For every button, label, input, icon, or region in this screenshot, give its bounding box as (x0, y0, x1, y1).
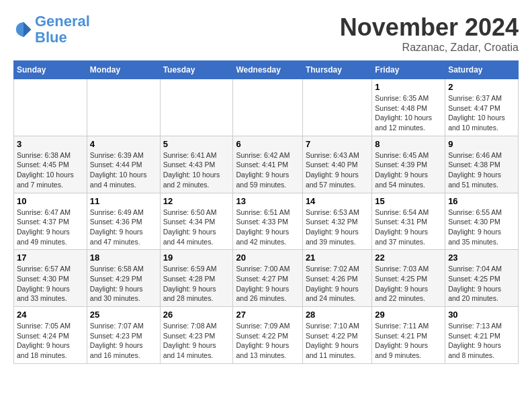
location: Razanac, Zadar, Croatia (340, 42, 519, 54)
calendar-cell: 2Sunrise: 6:37 AMSunset: 4:47 PMDaylight… (445, 79, 519, 136)
header-row: SundayMondayTuesdayWednesdayThursdayFrid… (14, 61, 519, 79)
calendar-cell: 6Sunrise: 6:42 AMSunset: 4:41 PMDaylight… (233, 136, 302, 193)
calendar-cell: 17Sunrise: 6:57 AMSunset: 4:30 PMDayligh… (14, 250, 87, 307)
calendar-cell: 28Sunrise: 7:10 AMSunset: 4:22 PMDayligh… (302, 307, 371, 364)
day-info: Sunrise: 7:00 AMSunset: 4:27 PMDaylight:… (236, 264, 299, 304)
day-number: 4 (90, 139, 157, 149)
calendar-cell: 10Sunrise: 6:47 AMSunset: 4:37 PMDayligh… (14, 193, 87, 250)
day-info: Sunrise: 6:39 AMSunset: 4:44 PMDaylight:… (90, 150, 157, 190)
day-number: 13 (236, 196, 299, 206)
day-info: Sunrise: 6:37 AMSunset: 4:47 PMDaylight:… (448, 93, 515, 133)
day-info: Sunrise: 6:49 AMSunset: 4:36 PMDaylight:… (90, 208, 157, 247)
day-info: Sunrise: 6:51 AMSunset: 4:33 PMDaylight:… (236, 208, 299, 247)
day-number: 21 (306, 253, 369, 263)
calendar-week-row: 24Sunrise: 7:05 AMSunset: 4:24 PMDayligh… (14, 307, 519, 364)
weekday-header: Sunday (14, 61, 87, 79)
day-number: 28 (306, 310, 369, 320)
day-info: Sunrise: 6:45 AMSunset: 4:39 PMDaylight:… (375, 150, 442, 190)
logo-text: General Blue (35, 13, 90, 46)
calendar-cell: 13Sunrise: 6:51 AMSunset: 4:33 PMDayligh… (233, 193, 302, 250)
weekday-header: Friday (372, 61, 445, 79)
day-number: 23 (448, 253, 515, 263)
day-info: Sunrise: 7:02 AMSunset: 4:26 PMDaylight:… (306, 264, 369, 304)
calendar-cell: 22Sunrise: 7:03 AMSunset: 4:25 PMDayligh… (372, 250, 445, 307)
day-info: Sunrise: 7:07 AMSunset: 4:23 PMDaylight:… (90, 321, 157, 361)
logo-line1: General (35, 13, 90, 30)
logo-line2: Blue (35, 29, 67, 46)
day-number: 9 (448, 139, 515, 149)
day-info: Sunrise: 6:57 AMSunset: 4:30 PMDaylight:… (17, 264, 84, 304)
day-info: Sunrise: 6:53 AMSunset: 4:32 PMDaylight:… (306, 208, 369, 247)
page-header: General Blue November 2024 Razanac, Zada… (13, 13, 519, 54)
calendar-week-row: 10Sunrise: 6:47 AMSunset: 4:37 PMDayligh… (14, 193, 519, 250)
day-info: Sunrise: 6:55 AMSunset: 4:30 PMDaylight:… (448, 208, 515, 247)
calendar-cell: 29Sunrise: 7:11 AMSunset: 4:21 PMDayligh… (372, 307, 445, 364)
weekday-header: Wednesday (233, 61, 302, 79)
calendar-cell: 16Sunrise: 6:55 AMSunset: 4:30 PMDayligh… (445, 193, 519, 250)
day-number: 11 (90, 196, 157, 206)
calendar-week-row: 3Sunrise: 6:38 AMSunset: 4:45 PMDaylight… (14, 136, 519, 193)
title-block: November 2024 Razanac, Zadar, Croatia (340, 13, 519, 54)
calendar-cell: 21Sunrise: 7:02 AMSunset: 4:26 PMDayligh… (302, 250, 371, 307)
logo: General Blue (13, 13, 90, 46)
day-number: 16 (448, 196, 515, 206)
calendar-cell (87, 79, 160, 136)
day-number: 8 (375, 139, 442, 149)
day-info: Sunrise: 7:08 AMSunset: 4:23 PMDaylight:… (163, 321, 230, 361)
month-title: November 2024 (340, 13, 519, 42)
calendar-cell: 26Sunrise: 7:08 AMSunset: 4:23 PMDayligh… (160, 307, 233, 364)
calendar-week-row: 17Sunrise: 6:57 AMSunset: 4:30 PMDayligh… (14, 250, 519, 307)
weekday-header: Thursday (302, 61, 371, 79)
day-number: 7 (306, 139, 369, 149)
day-info: Sunrise: 6:58 AMSunset: 4:29 PMDaylight:… (90, 264, 157, 304)
day-info: Sunrise: 7:10 AMSunset: 4:22 PMDaylight:… (306, 321, 369, 361)
calendar-cell: 12Sunrise: 6:50 AMSunset: 4:34 PMDayligh… (160, 193, 233, 250)
day-number: 25 (90, 310, 157, 320)
calendar-cell: 20Sunrise: 7:00 AMSunset: 4:27 PMDayligh… (233, 250, 302, 307)
day-number: 22 (375, 253, 442, 263)
calendar-cell: 25Sunrise: 7:07 AMSunset: 4:23 PMDayligh… (87, 307, 160, 364)
day-info: Sunrise: 7:05 AMSunset: 4:24 PMDaylight:… (17, 321, 84, 361)
calendar-cell: 3Sunrise: 6:38 AMSunset: 4:45 PMDaylight… (14, 136, 87, 193)
day-number: 5 (163, 139, 230, 149)
day-info: Sunrise: 6:43 AMSunset: 4:40 PMDaylight:… (306, 150, 369, 190)
calendar-cell: 27Sunrise: 7:09 AMSunset: 4:22 PMDayligh… (233, 307, 302, 364)
calendar-cell: 8Sunrise: 6:45 AMSunset: 4:39 PMDaylight… (372, 136, 445, 193)
day-info: Sunrise: 7:13 AMSunset: 4:21 PMDaylight:… (448, 321, 515, 361)
calendar-cell: 15Sunrise: 6:54 AMSunset: 4:31 PMDayligh… (372, 193, 445, 250)
day-number: 15 (375, 196, 442, 206)
calendar-cell: 30Sunrise: 7:13 AMSunset: 4:21 PMDayligh… (445, 307, 519, 364)
day-info: Sunrise: 6:35 AMSunset: 4:48 PMDaylight:… (375, 93, 442, 133)
calendar-cell: 11Sunrise: 6:49 AMSunset: 4:36 PMDayligh… (87, 193, 160, 250)
calendar-cell: 19Sunrise: 6:59 AMSunset: 4:28 PMDayligh… (160, 250, 233, 307)
calendar-cell: 9Sunrise: 6:46 AMSunset: 4:38 PMDaylight… (445, 136, 519, 193)
day-info: Sunrise: 6:42 AMSunset: 4:41 PMDaylight:… (236, 150, 299, 190)
calendar-cell (14, 79, 87, 136)
day-number: 27 (236, 310, 299, 320)
day-number: 18 (90, 253, 157, 263)
calendar-cell: 4Sunrise: 6:39 AMSunset: 4:44 PMDaylight… (87, 136, 160, 193)
day-info: Sunrise: 6:59 AMSunset: 4:28 PMDaylight:… (163, 264, 230, 304)
calendar-body: 1Sunrise: 6:35 AMSunset: 4:48 PMDaylight… (14, 79, 519, 364)
logo-icon (13, 19, 34, 40)
calendar-cell: 18Sunrise: 6:58 AMSunset: 4:29 PMDayligh… (87, 250, 160, 307)
day-info: Sunrise: 6:47 AMSunset: 4:37 PMDaylight:… (17, 208, 84, 247)
day-number: 30 (448, 310, 515, 320)
weekday-header: Saturday (445, 61, 519, 79)
day-number: 29 (375, 310, 442, 320)
day-info: Sunrise: 6:46 AMSunset: 4:38 PMDaylight:… (448, 150, 515, 190)
day-info: Sunrise: 6:50 AMSunset: 4:34 PMDaylight:… (163, 208, 230, 247)
day-info: Sunrise: 7:04 AMSunset: 4:25 PMDaylight:… (448, 264, 515, 304)
calendar-cell: 7Sunrise: 6:43 AMSunset: 4:40 PMDaylight… (302, 136, 371, 193)
day-number: 12 (163, 196, 230, 206)
calendar-week-row: 1Sunrise: 6:35 AMSunset: 4:48 PMDaylight… (14, 79, 519, 136)
day-number: 6 (236, 139, 299, 149)
calendar-cell: 1Sunrise: 6:35 AMSunset: 4:48 PMDaylight… (372, 79, 445, 136)
weekday-header: Tuesday (160, 61, 233, 79)
day-number: 1 (375, 82, 442, 92)
day-number: 26 (163, 310, 230, 320)
weekday-header: Monday (87, 61, 160, 79)
day-number: 19 (163, 253, 230, 263)
day-number: 3 (17, 139, 84, 149)
calendar-cell (233, 79, 302, 136)
